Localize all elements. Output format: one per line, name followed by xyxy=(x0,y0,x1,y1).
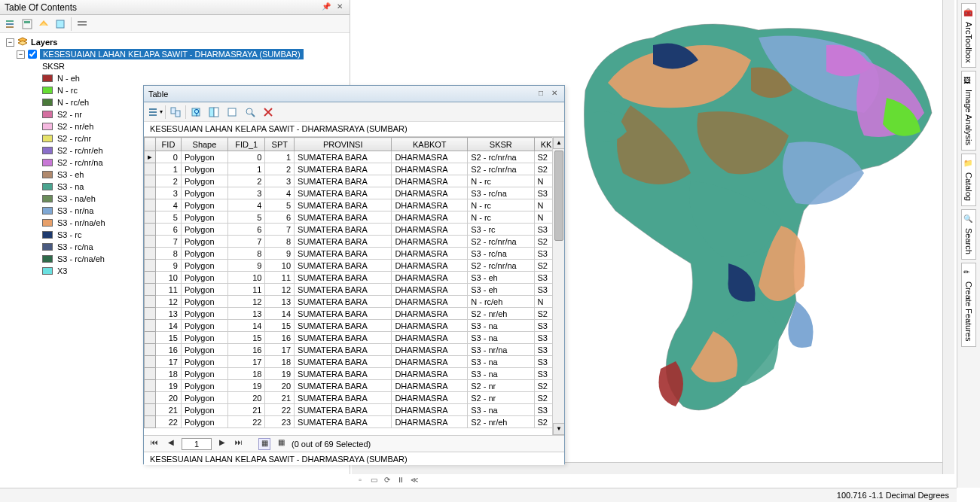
side-tab-image-analysis[interactable]: 🖼Image Analysis xyxy=(961,71,976,151)
scroll-thumb[interactable] xyxy=(554,151,563,241)
cell[interactable]: N - rc/eh xyxy=(468,296,534,308)
row-selector[interactable] xyxy=(145,344,156,356)
cell[interactable]: 2 xyxy=(227,175,265,187)
table-options-menu[interactable]: ▾ xyxy=(147,104,163,120)
cell[interactable]: SUMATERA BARA xyxy=(295,320,392,332)
cell[interactable]: SUMATERA BARA xyxy=(295,163,392,175)
cell[interactable]: 1 xyxy=(265,151,295,163)
cell[interactable]: 13 xyxy=(227,308,265,320)
cell[interactable]: DHARMASRA xyxy=(392,199,468,211)
cell[interactable]: Polygon xyxy=(181,211,227,224)
show-all-icon[interactable]: ▦ xyxy=(258,438,270,450)
row-selector[interactable] xyxy=(145,248,156,260)
cell[interactable]: 19 xyxy=(156,380,182,392)
cell[interactable]: S3 - rc/na xyxy=(468,187,534,199)
cell[interactable]: N - rc xyxy=(468,211,534,224)
cell[interactable]: Polygon xyxy=(181,416,227,428)
row-selector[interactable] xyxy=(145,211,156,224)
cell[interactable]: 21 xyxy=(227,404,265,416)
layers-root-label[interactable]: Layers xyxy=(31,38,57,47)
cell[interactable]: 18 xyxy=(156,368,182,380)
cell[interactable]: 6 xyxy=(265,211,295,224)
table-row[interactable]: 16Polygon1617SUMATERA BARADHARMASRAS3 - … xyxy=(145,344,564,356)
cell[interactable]: 9 xyxy=(227,260,265,272)
cell[interactable]: 18 xyxy=(227,368,265,380)
cell[interactable]: DHARMASRA xyxy=(392,272,468,284)
cell[interactable]: 20 xyxy=(265,380,295,392)
resume-icon[interactable]: ≪ xyxy=(409,476,420,486)
row-selector[interactable] xyxy=(145,260,156,272)
cell[interactable]: 8 xyxy=(265,236,295,248)
cell[interactable]: DHARMASRA xyxy=(392,175,468,187)
row-selector[interactable] xyxy=(145,380,156,392)
cell[interactable]: 15 xyxy=(156,332,182,344)
cell[interactable]: DHARMASRA xyxy=(392,404,468,416)
row-selector[interactable] xyxy=(145,332,156,344)
cell[interactable]: 11 xyxy=(156,284,182,296)
cell[interactable]: Polygon xyxy=(181,236,227,248)
cell[interactable]: SUMATERA BARA xyxy=(295,260,392,272)
cell[interactable]: 12 xyxy=(156,296,182,308)
column-header[interactable]: KABKOT xyxy=(392,138,468,151)
cell[interactable]: Polygon xyxy=(181,187,227,199)
layer-name[interactable]: KESESUAIAN LAHAN KELAPA SAWIT - DHARMASR… xyxy=(40,49,304,59)
table-row[interactable]: 14Polygon1415SUMATERA BARADHARMASRAS3 - … xyxy=(145,320,564,332)
table-row[interactable]: 4Polygon45SUMATERA BARADHARMASRAN - rcN xyxy=(145,199,564,211)
row-selector[interactable] xyxy=(145,163,156,175)
cell[interactable]: 14 xyxy=(265,308,295,320)
cell[interactable]: S2 - nr/eh xyxy=(468,416,534,428)
cell[interactable]: SUMATERA BARA xyxy=(295,404,392,416)
cell[interactable]: S3 - na xyxy=(468,332,534,344)
cell[interactable]: S2 - nr xyxy=(468,392,534,404)
nav-last-icon[interactable]: ⏭ xyxy=(233,438,245,450)
cell[interactable]: 22 xyxy=(227,416,265,428)
cell[interactable]: 10 xyxy=(156,272,182,284)
cell[interactable]: 17 xyxy=(265,344,295,356)
table-maximize-icon[interactable]: □ xyxy=(536,89,546,99)
cell[interactable]: N - rc xyxy=(468,199,534,211)
table-row[interactable]: 3Polygon34SUMATERA BARADHARMASRAS3 - rc/… xyxy=(145,187,564,199)
column-header[interactable]: PROVINSI xyxy=(295,138,392,151)
cell[interactable]: DHARMASRA xyxy=(392,224,468,236)
cell[interactable]: Polygon xyxy=(181,308,227,320)
cell[interactable]: 12 xyxy=(265,284,295,296)
cell[interactable]: Polygon xyxy=(181,163,227,175)
cell[interactable]: DHARMASRA xyxy=(392,380,468,392)
cell[interactable]: SUMATERA BARA xyxy=(295,416,392,428)
cell[interactable]: 14 xyxy=(156,320,182,332)
cell[interactable]: SUMATERA BARA xyxy=(295,187,392,199)
cell[interactable]: 1 xyxy=(227,163,265,175)
show-selected-icon[interactable]: ▦ xyxy=(275,438,287,450)
cell[interactable]: SUMATERA BARA xyxy=(295,199,392,211)
cell[interactable]: SUMATERA BARA xyxy=(295,211,392,224)
cell[interactable]: SUMATERA BARA xyxy=(295,380,392,392)
cell[interactable]: 19 xyxy=(265,368,295,380)
cell[interactable]: 4 xyxy=(156,199,182,211)
cell[interactable]: SUMATERA BARA xyxy=(295,175,392,187)
cell[interactable]: 16 xyxy=(227,344,265,356)
refresh-icon[interactable]: ⟳ xyxy=(382,476,392,486)
row-selector[interactable] xyxy=(145,187,156,199)
nav-next-icon[interactable]: ▶ xyxy=(216,438,228,450)
cell[interactable]: 9 xyxy=(265,248,295,260)
clear-selection-icon[interactable] xyxy=(224,104,240,120)
column-header[interactable]: SKSR xyxy=(468,138,534,151)
cell[interactable]: SUMATERA BARA xyxy=(295,308,392,320)
cell[interactable]: DHARMASRA xyxy=(392,332,468,344)
cell[interactable]: DHARMASRA xyxy=(392,163,468,175)
column-header[interactable]: Shape xyxy=(181,138,227,151)
cell[interactable]: 20 xyxy=(227,392,265,404)
expand-layer-icon[interactable]: − xyxy=(17,50,25,59)
cell[interactable]: 22 xyxy=(265,404,295,416)
cell[interactable]: DHARMASRA xyxy=(392,248,468,260)
cell[interactable]: S2 - rc/nr/na xyxy=(468,260,534,272)
list-by-drawing-order-icon[interactable] xyxy=(3,17,18,32)
cell[interactable]: 9 xyxy=(156,260,182,272)
cell[interactable]: 15 xyxy=(265,320,295,332)
row-selector-header[interactable] xyxy=(145,138,156,151)
cell[interactable]: DHARMASRA xyxy=(392,416,468,428)
list-by-selection-icon[interactable] xyxy=(53,17,68,32)
cell[interactable]: DHARMASRA xyxy=(392,356,468,368)
cell[interactable]: 2 xyxy=(265,163,295,175)
cell[interactable]: 2 xyxy=(156,175,182,187)
